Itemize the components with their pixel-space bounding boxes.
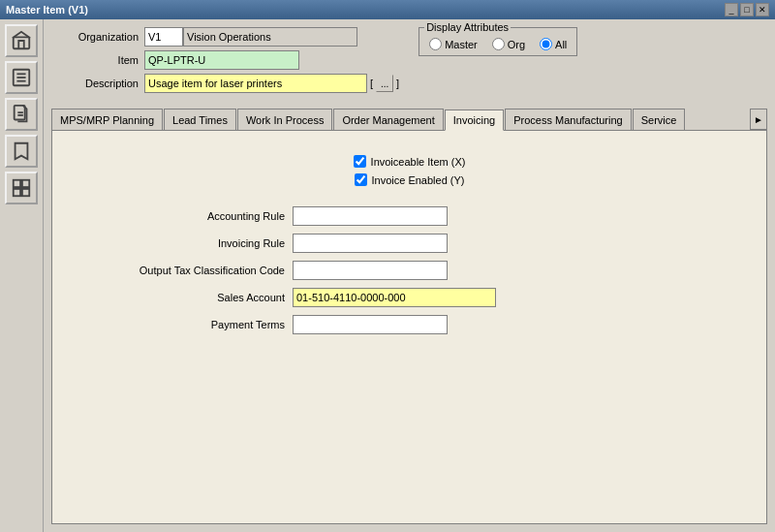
- tab-work-in-process[interactable]: Work In Process: [237, 109, 333, 130]
- grid-button[interactable]: [5, 172, 38, 204]
- invoicing-fields: Accounting Rule Invoicing Rule Output Ta…: [72, 206, 747, 342]
- organization-row: Organization: [51, 27, 399, 47]
- radio-org[interactable]: Org: [492, 38, 525, 50]
- sales-account-label: Sales Account: [72, 292, 285, 303]
- svg-rect-10: [14, 189, 20, 196]
- radio-master-input[interactable]: [429, 38, 442, 50]
- accounting-rule-input[interactable]: [293, 206, 448, 226]
- invoice-enabled-label: Invoice Enabled (Y): [372, 174, 465, 186]
- accounting-rule-label: Accounting Rule: [72, 210, 285, 222]
- output-tax-input[interactable]: [293, 261, 448, 280]
- window-controls[interactable]: _ □ ✕: [725, 3, 769, 16]
- accounting-rule-row: Accounting Rule: [72, 206, 747, 226]
- display-attributes-label: Display Attributes: [424, 21, 511, 33]
- invoice-enabled-checkbox[interactable]: [355, 173, 367, 186]
- item-row: Item: [51, 50, 399, 70]
- payment-terms-row: Payment Terms: [72, 315, 747, 334]
- radio-org-label: Org: [508, 39, 525, 50]
- close-button[interactable]: ✕: [756, 3, 769, 16]
- desc-button[interactable]: ...: [376, 75, 393, 92]
- header-top-row: Organization Item Description [ .: [51, 27, 767, 97]
- invoiceable-label: Invoiceable Item (X): [371, 156, 466, 168]
- output-tax-row: Output Tax Classification Code: [72, 261, 747, 280]
- list-button[interactable]: [5, 61, 38, 94]
- org-code-input[interactable]: [144, 27, 183, 47]
- payment-terms-label: Payment Terms: [72, 319, 285, 330]
- description-input[interactable]: [144, 74, 367, 93]
- description-label: Description: [51, 78, 139, 89]
- home-button[interactable]: [5, 24, 38, 57]
- radio-master[interactable]: Master: [429, 38, 478, 50]
- maximize-button[interactable]: □: [740, 3, 754, 16]
- invoiceable-checkbox[interactable]: [354, 155, 366, 168]
- svg-rect-11: [22, 189, 29, 196]
- minimize-button[interactable]: _: [725, 3, 738, 16]
- invoicing-rule-input[interactable]: [293, 234, 448, 253]
- tab-mps-mrp[interactable]: MPS/MRP Planning: [51, 109, 163, 130]
- form-fields: Organization Item Description [ .: [51, 27, 399, 97]
- header-section: Organization Item Description [ .: [51, 27, 767, 101]
- payment-terms-input[interactable]: [293, 315, 448, 334]
- bracket-text: [: [370, 78, 373, 89]
- document-button[interactable]: [5, 98, 38, 131]
- radio-all-label: All: [555, 39, 567, 50]
- radio-master-label: Master: [445, 39, 478, 50]
- radio-all[interactable]: All: [540, 38, 567, 50]
- invoiceable-item-row: Invoiceable Item (X): [354, 155, 466, 168]
- sidebar: [0, 19, 44, 532]
- display-attributes-group: Display Attributes Master Org All: [418, 27, 577, 56]
- svg-rect-9: [22, 180, 29, 187]
- sales-account-input[interactable]: [293, 288, 496, 307]
- radio-all-input[interactable]: [540, 38, 552, 50]
- title-bar: Master Item (V1) _ □ ✕: [0, 0, 775, 19]
- tab-order-management[interactable]: Order Management: [333, 109, 443, 130]
- tab-service[interactable]: Service: [633, 109, 686, 130]
- invoicing-rule-label: Invoicing Rule: [72, 237, 285, 249]
- tab-scroll-right[interactable]: ►: [750, 109, 767, 130]
- invoice-enabled-row: Invoice Enabled (Y): [355, 173, 465, 186]
- item-input[interactable]: [144, 50, 299, 70]
- tab-lead-times[interactable]: Lead Times: [164, 109, 236, 130]
- svg-rect-8: [14, 180, 20, 187]
- organization-label: Organization: [51, 31, 139, 43]
- org-name-input[interactable]: [183, 27, 357, 47]
- description-row: Description [ ... ]: [51, 74, 399, 93]
- sales-account-row: Sales Account: [72, 288, 747, 307]
- tab-process-manufacturing[interactable]: Process Manufacturing: [505, 109, 632, 130]
- main-window: Organization Item Description [ .: [0, 19, 775, 532]
- svg-rect-0: [14, 37, 30, 48]
- tab-invoicing[interactable]: Invoicing: [445, 110, 504, 131]
- tabs-container: MPS/MRP Planning Lead Times Work In Proc…: [51, 109, 767, 130]
- tab-content-invoicing: Invoiceable Item (X) Invoice Enabled (Y)…: [51, 130, 767, 524]
- window-title: Master Item (V1): [6, 4, 88, 16]
- invoicing-section: Invoiceable Item (X) Invoice Enabled (Y)…: [72, 145, 747, 342]
- radio-org-input[interactable]: [492, 38, 505, 50]
- bracket-close: ]: [396, 78, 399, 89]
- item-label: Item: [51, 54, 139, 66]
- content-area: Organization Item Description [ .: [44, 19, 775, 532]
- bookmark-button[interactable]: [5, 135, 38, 168]
- invoicing-rule-row: Invoicing Rule: [72, 234, 747, 253]
- output-tax-label: Output Tax Classification Code: [72, 265, 285, 276]
